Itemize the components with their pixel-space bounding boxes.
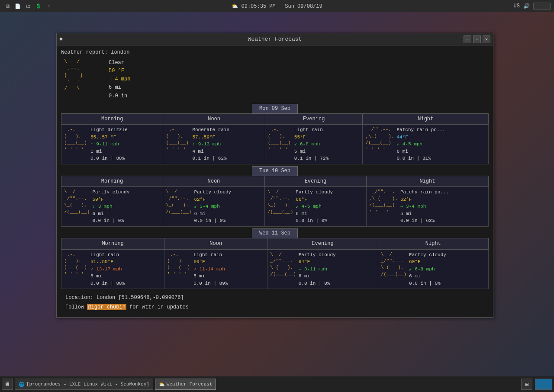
taskbar-bottom-left: 🖥 🌐 [programdocs - LXLE Linux Wiki - Sea… — [2, 379, 216, 390]
date-display: Sun 09/08/19 — [285, 3, 322, 10]
ascii-night-2: _/"".--.,\_( )./(___(__)' ' ' ' — [369, 189, 398, 225]
forecast-day-2: Tue 10 Sep Morning Noon Evening Night \ … — [61, 166, 489, 227]
cell-evening-2: \ /_/"".--.\_( )./(___(__) Partly cloudy… — [264, 187, 366, 227]
seamonkey-icon: 🌐 — [19, 382, 25, 387]
period-header-night-1: Night — [363, 113, 489, 125]
desc-morning-3: Light rain 51..55°F ↗ 13-17 mph 5 mi 0.0… — [90, 251, 125, 287]
doc-icon[interactable]: 📄 — [14, 2, 22, 10]
current-condition: Clear — [109, 59, 130, 67]
desc-night-1: Patchy rain po... 44°F ↙ 4-5 mph 6 mi 0.… — [397, 126, 445, 162]
forecast-day-1: Mon 09 Sep Morning Noon Evening Night .-… — [61, 104, 489, 164]
folder-icon[interactable]: 🗂 — [24, 2, 32, 10]
desc-night-3: Partly cloudy 60°F ↙ 6-8 mph 6 mi 0.0 in… — [409, 251, 446, 287]
ascii-noon-1: .-.( ).(___(__)' ' ' ' — [166, 126, 190, 162]
period-header-morning-2: Morning — [61, 176, 163, 187]
cell-night-2: _/"".--.,\_( )./(___(__)' ' ' ' Patchy r… — [366, 187, 488, 227]
terminal-content: Weather report: london \ / .--. -( )- '-… — [57, 45, 493, 317]
cell-noon-2: \ /_/"".--.\_( )./(___(__) Partly cloudy… — [163, 187, 264, 227]
minimize-button[interactable]: − — [464, 35, 471, 43]
day-label-row-2: Tue 10 Sep — [61, 166, 489, 176]
forecast-table-day-1: Morning Noon Evening Night .-.( ).(___(_… — [61, 113, 489, 164]
taskbar-app-seamonkey[interactable]: 🌐 [programdocs - LXLE Linux Wiki - SeaMo… — [15, 379, 153, 390]
current-temp: 59 °F — [109, 67, 130, 75]
weather-taskbar-label: Weather Forecast — [167, 382, 213, 387]
location-text: Location: London [51.509648,-0.099076] — [65, 293, 484, 303]
desc-noon-3: Light rain 60°F ↗ 11-14 mph 5 mi 0.0 in … — [193, 251, 228, 287]
current-wind: ↑ 4 mph — [109, 75, 130, 84]
window-app-icon: ✖ — [59, 35, 67, 43]
time-display: 09:05:35 PM — [241, 3, 275, 10]
period-header-evening-1: Evening — [265, 113, 363, 125]
ascii-morning-3: .-.( ).(___(__)' ' ' ' — [64, 251, 88, 287]
current-weather-section: \ / .--. -( )- '--' / \ Clear 59 °F ↑ 4 … — [61, 59, 489, 100]
cell-evening-1: .-.( ).(___(__)' ' ' ' Light rain 55°F ↙… — [265, 125, 363, 164]
datetime-display: ⛅ 09:05:35 PM Sun 09/08/19 — [232, 3, 322, 10]
forecast-table-day-2: Morning Noon Evening Night \ /_/"".--.\_… — [61, 176, 489, 227]
desc-morning-1: Light drizzle 55..57 °F ↑ 9-11 mph 1 mi … — [90, 126, 128, 162]
taskbar-top-left: 🖥 📄 🗂 💲 ↑ — [3, 2, 53, 10]
ascii-noon-3: .-.( ).(___(__)' ' ' ' — [167, 251, 191, 287]
ascii-evening-1: .-.( ).(___(__)' ' ' ' — [268, 126, 292, 162]
cell-evening-3: \ /_/"".--.\_( )./(___(__) Partly cloudy… — [267, 249, 378, 289]
ascii-evening-3: \ /_/"".--.\_( )./(___(__) — [270, 251, 296, 287]
window-titlebar: ✖ Weather Forecast − + ✕ — [57, 33, 493, 45]
period-header-evening-2: Evening — [264, 176, 366, 187]
cell-morning-3: .-.( ).(___(__)' ' ' ' Light rain 51..55… — [61, 249, 164, 289]
up-icon[interactable]: ↑ — [45, 2, 53, 10]
cell-noon-3: .-.( ).(___(__)' ' ' ' Light rain 60°F ↗… — [164, 249, 267, 289]
desc-evening-2: Partly cloudy 66°F ↙ 4-5 mph 6 mi 0.0 in… — [296, 189, 333, 225]
footer-section: Location: London [51.509648,-0.099076] F… — [61, 291, 489, 314]
terminal-icon[interactable]: 💲 — [35, 2, 42, 10]
desc-evening-3: Partly cloudy 64°F → 8-11 mph 6 mi 0.0 i… — [299, 251, 336, 287]
desktop: ✖ Weather Forecast − + ✕ Weather report:… — [0, 12, 554, 376]
period-header-noon-1: Noon — [163, 113, 265, 125]
ascii-night-1: _/"".--.,\_( )./(___(__)' ' ' ' — [365, 126, 394, 162]
current-weather-details: Clear 59 °F ↑ 4 mph 6 mi 0.0 in — [109, 59, 130, 100]
taskbar-app-weather[interactable]: ⛅ Weather Forecast — [155, 379, 216, 390]
current-precip: 0.0 in — [109, 92, 130, 100]
period-header-morning-3: Morning — [61, 238, 164, 249]
period-header-night-2: Night — [366, 176, 488, 187]
window-controls: − + ✕ — [464, 35, 490, 43]
window-title: Weather Forecast — [248, 36, 302, 42]
monitor-icon[interactable]: 🖥 — [3, 2, 11, 10]
weather-icon: ⛅ — [232, 3, 238, 10]
ascii-morning-2: \ /_/"".--.\_( )./(___(__) — [64, 189, 90, 225]
cell-noon-1: .-.( ).(___(__)' ' ' ' Moderate rain 57.… — [163, 125, 265, 164]
period-header-evening-3: Evening — [267, 238, 378, 249]
language-indicator: US — [514, 3, 520, 9]
grid-icon[interactable]: ⊞ — [521, 379, 532, 390]
show-desktop-button[interactable]: 🖥 — [2, 379, 13, 390]
volume-icon[interactable]: 🔊 — [523, 3, 530, 10]
ascii-noon-2: \ /_/"".--.\_( )./(___(__) — [166, 189, 191, 225]
ascii-night-3: \ /_/"".--.\_( )./(___(__) — [381, 251, 406, 287]
period-header-morning-1: Morning — [61, 113, 163, 125]
period-header-noon-2: Noon — [163, 176, 264, 187]
taskbar-bottom: 🖥 🌐 [programdocs - LXLE Linux Wiki - Sea… — [0, 376, 554, 392]
weather-forecast-window: ✖ Weather Forecast − + ✕ Weather report:… — [56, 33, 493, 318]
cell-night-3: \ /_/"".--.\_( )./(___(__) Partly cloudy… — [378, 249, 488, 289]
close-button[interactable]: ✕ — [483, 35, 490, 43]
current-visibility: 6 mi — [109, 84, 130, 92]
day-label-row-1: Mon 09 Sep — [61, 104, 489, 114]
cell-night-1: _/"".--.,\_( )./(___(__)' ' ' ' Patchy r… — [363, 125, 489, 164]
period-header-noon-3: Noon — [164, 238, 267, 249]
day-label-row-3: Wed 11 Sep — [61, 228, 489, 238]
day-label-1: Mon 09 Sep — [252, 104, 298, 114]
day-label-2: Tue 10 Sep — [252, 166, 298, 176]
cell-morning-1: .-.( ).(___(__)' ' ' ' Light drizzle 55.… — [61, 125, 163, 164]
current-ascii-art: \ / .--. -( )- '--' / \ — [61, 59, 104, 100]
taskbar-bottom-right: ⊞ — [521, 379, 552, 390]
battery-indicator — [533, 3, 551, 10]
screen-preview[interactable] — [535, 379, 552, 390]
weather-taskbar-icon: ⛅ — [159, 382, 165, 387]
desc-noon-2: Partly cloudy 62°F ↙ 3-4 mph 6 mi 0.0 in… — [194, 189, 231, 225]
seamonkey-label: [programdocs - LXLE Linux Wiki - SeaMonk… — [26, 382, 149, 387]
maximize-button[interactable]: + — [473, 35, 481, 43]
forecast-day-3: Wed 11 Sep Morning Noon Evening Night .-… — [61, 228, 489, 289]
twitter-handle[interactable]: @igor_chubin — [87, 304, 126, 310]
taskbar-top: 🖥 📄 🗂 💲 ↑ ⛅ 09:05:35 PM Sun 09/08/19 US … — [0, 0, 554, 12]
follow-text: Follow @igor_chubin for wttr.in updates — [65, 303, 484, 312]
desc-noon-1: Moderate rain 57..59°F ↑ 9-13 mph 4 mi 0… — [192, 126, 229, 162]
weather-report-header: Weather report: london — [61, 49, 489, 56]
